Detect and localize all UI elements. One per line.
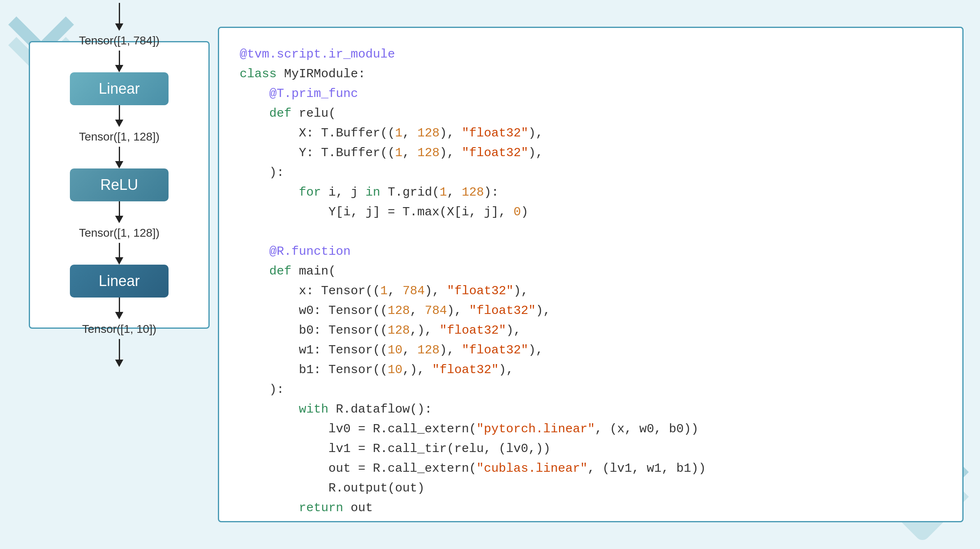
tensor-label-4: Tensor([1, 10]) bbox=[82, 323, 157, 336]
node-relu: ReLU bbox=[70, 168, 169, 201]
node-linear-2: Linear bbox=[70, 265, 169, 298]
arrow-3 bbox=[115, 147, 123, 168]
arrow-5 bbox=[115, 243, 123, 265]
tensor-label-1: Tensor([1, 784]) bbox=[79, 34, 159, 47]
arrow-4 bbox=[115, 201, 123, 223]
node-linear-1: Linear bbox=[70, 72, 169, 105]
arrow-bottom bbox=[115, 339, 123, 367]
arrow-top bbox=[115, 3, 123, 31]
arrow-6 bbox=[115, 298, 123, 319]
code-panel: @tvm.script.ir_module class MyIRModule: … bbox=[218, 27, 964, 522]
arrow-1 bbox=[115, 51, 123, 72]
diagram-inner: Tensor([1, 784]) Linear Tensor([1, 128])… bbox=[70, 3, 169, 367]
tensor-label-3: Tensor([1, 128]) bbox=[79, 226, 159, 240]
arrow-2 bbox=[115, 105, 123, 127]
code-content: @tvm.script.ir_module class MyIRModule: … bbox=[240, 44, 942, 518]
diagram-panel: Tensor([1, 784]) Linear Tensor([1, 128])… bbox=[29, 41, 210, 329]
tensor-label-2: Tensor([1, 128]) bbox=[79, 130, 159, 143]
